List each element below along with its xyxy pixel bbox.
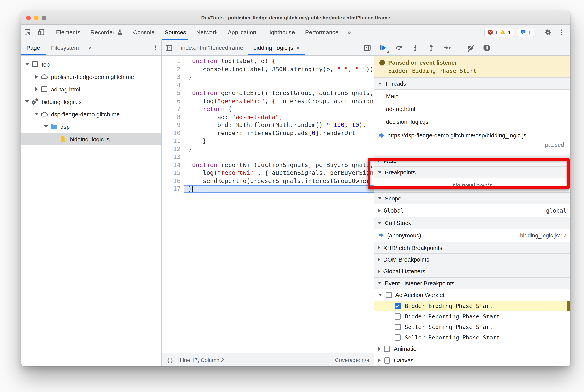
- line-number[interactable]: 15: [162, 169, 180, 177]
- code-line-7[interactable]: return {: [184, 105, 374, 113]
- event-group-canvas[interactable]: Canvas: [374, 355, 571, 366]
- checkbox-indeterminate[interactable]: [386, 292, 392, 298]
- tree-item-publisher-fledge-demo-glitch-me[interactable]: publisher-fledge-demo.glitch.me: [21, 70, 161, 83]
- device-toolbar-button[interactable]: [34, 24, 47, 40]
- code-line-2[interactable]: console.log(label, JSON.stringify(o, " "…: [184, 65, 374, 73]
- close-tab-icon[interactable]: ×: [296, 44, 300, 51]
- line-number[interactable]: 10: [162, 129, 180, 137]
- tab-filesystem[interactable]: Filesystem: [45, 40, 84, 55]
- code-line-1[interactable]: function log(label, o) {: [184, 57, 374, 65]
- checkbox-checked[interactable]: [395, 303, 401, 309]
- code-line-10[interactable]: render: interestGroup.ads[0].renderUrl: [184, 129, 374, 137]
- event-breakpoint-seller-reporting-phase-start[interactable]: Seller Reporting Phase Start: [374, 332, 571, 343]
- code-line-4[interactable]: [184, 81, 374, 89]
- line-number[interactable]: 6: [162, 97, 180, 105]
- checkbox-unchecked[interactable]: [395, 314, 401, 320]
- code-line-13[interactable]: [184, 153, 374, 161]
- line-number[interactable]: 4: [162, 81, 180, 89]
- close-window-button[interactable]: [26, 16, 31, 20]
- deactivate-breakpoints-button[interactable]: [467, 44, 475, 52]
- tree-item-bidding-logic-js[interactable]: bidding_logic.js: [21, 133, 161, 145]
- code-editor[interactable]: 1234567891011121314151617 function log(l…: [162, 56, 374, 353]
- line-number-gutter[interactable]: 1234567891011121314151617: [162, 56, 184, 353]
- tab-elements[interactable]: Elements: [51, 24, 85, 40]
- section-scope[interactable]: Scope: [374, 192, 571, 204]
- tab-network[interactable]: Network: [191, 24, 223, 40]
- code-lines[interactable]: function log(label, o) { console.log(lab…: [184, 56, 374, 353]
- hide-debugger-button[interactable]: [361, 40, 374, 55]
- section-threads[interactable]: Threads: [374, 78, 571, 90]
- tree-item-bidding-logic-js[interactable]: bidding_logic.js: [21, 95, 161, 108]
- event-breakpoint-bidder-reporting-phase-start[interactable]: Bidder Reporting Phase Start: [374, 312, 571, 322]
- expander-open-icon[interactable]: [24, 100, 30, 103]
- triangle-icon[interactable]: [378, 358, 381, 362]
- event-group-animation[interactable]: Animation: [374, 343, 571, 355]
- tree-item-dsp-fledge-demo-glitch-me[interactable]: dsp-fledge-demo.glitch.me: [21, 108, 161, 120]
- line-number[interactable]: 2: [162, 65, 180, 73]
- line-number[interactable]: 13: [162, 153, 180, 161]
- navigator-menu-button[interactable]: [150, 40, 161, 55]
- line-number[interactable]: 5: [162, 89, 180, 97]
- section-call-stack[interactable]: Call Stack: [374, 217, 571, 229]
- line-number[interactable]: 11: [162, 137, 180, 145]
- expander-closed-icon[interactable]: [33, 75, 40, 79]
- line-number[interactable]: 3: [162, 73, 180, 81]
- thread-item-decision-logic-js[interactable]: decision_logic.js: [374, 116, 571, 128]
- editor-tab-bidding-logic-js[interactable]: bidding_logic.js×: [248, 40, 305, 55]
- issues-badge[interactable]: 1: [517, 28, 534, 37]
- code-line-16[interactable]: sendReportTo(browserSignals.interestGrou…: [184, 177, 374, 185]
- inspect-element-button[interactable]: [21, 24, 34, 40]
- errors-warnings-badge[interactable]: 1 1: [484, 28, 514, 37]
- resume-script-button[interactable]: [379, 44, 388, 52]
- zoom-window-button[interactable]: [42, 16, 46, 20]
- line-number[interactable]: 8: [162, 113, 180, 121]
- thread-item-main[interactable]: Main: [374, 90, 571, 102]
- thread-item-paused[interactable]: https://dsp-fledge-demo.glitch.me/dsp/bi…: [374, 128, 571, 155]
- pretty-print-button[interactable]: {}: [166, 356, 173, 364]
- section-dom-breakpoints[interactable]: DOM Breakpoints: [374, 254, 571, 266]
- tab-recorder[interactable]: Recorder: [85, 24, 128, 40]
- tab-application[interactable]: Application: [223, 24, 261, 40]
- tree-item-ad-tag-html[interactable]: ad-tag.html: [21, 83, 161, 95]
- line-number[interactable]: 16: [162, 177, 180, 185]
- tree-item-dsp[interactable]: dsp: [21, 120, 161, 133]
- tab-page[interactable]: Page: [21, 40, 45, 55]
- tab-sources[interactable]: Sources: [160, 24, 191, 40]
- line-number[interactable]: 12: [162, 145, 180, 153]
- tree-item-top[interactable]: top: [21, 58, 161, 70]
- step-button[interactable]: [443, 44, 451, 52]
- tab-console[interactable]: Console: [128, 24, 159, 40]
- event-breakpoint-seller-scoring-phase-start[interactable]: Seller Scoring Phase Start: [374, 322, 571, 332]
- section-global-listeners[interactable]: Global Listeners: [374, 265, 571, 278]
- step-over-button[interactable]: [395, 44, 404, 52]
- checkbox-unchecked[interactable]: [384, 357, 390, 364]
- code-line-5[interactable]: function generateBid(interestGroup, auct…: [184, 89, 374, 97]
- thread-item-ad-tag-html[interactable]: ad-tag.html: [374, 102, 571, 116]
- code-line-14[interactable]: function reportWin(auctionSignals, perBu…: [184, 161, 374, 169]
- checkbox-unchecked[interactable]: [384, 346, 390, 352]
- pause-on-exceptions-button[interactable]: [483, 44, 491, 52]
- event-breakpoint-bidder-bidding-phase-start[interactable]: Bidder Bidding Phase Start: [374, 301, 571, 312]
- line-number[interactable]: 7: [162, 105, 180, 113]
- code-line-8[interactable]: ad: "ad-metadata",: [184, 113, 374, 121]
- triangle-icon[interactable]: [378, 294, 382, 296]
- devtools-menu-button[interactable]: [556, 28, 567, 36]
- section-event-listener-breakpoints[interactable]: Event Listener Breakpoints: [374, 277, 571, 289]
- more-panels-button[interactable]: »: [344, 24, 355, 40]
- editor-tab-index-html-fencedframe[interactable]: index.html?fencedframe: [176, 40, 248, 55]
- code-line-17[interactable]: }: [184, 185, 374, 193]
- expander-closed-icon[interactable]: [33, 87, 40, 91]
- step-out-button[interactable]: [427, 44, 435, 52]
- section-watch[interactable]: Watch: [374, 154, 571, 167]
- line-number[interactable]: 17: [162, 185, 180, 193]
- line-number[interactable]: 14: [162, 161, 180, 169]
- tab-performance[interactable]: Performance: [300, 24, 344, 40]
- checkbox-unchecked[interactable]: [395, 334, 401, 341]
- code-line-6[interactable]: log("generateBid", { interestGroup, auct…: [184, 97, 374, 105]
- code-line-9[interactable]: bid: Math.floor(Math.random() * 100, 10)…: [184, 121, 374, 129]
- expander-open-icon[interactable]: [33, 113, 40, 115]
- section-xhr-breakpoints[interactable]: XHR/fetch Breakpoints: [374, 242, 571, 254]
- line-number[interactable]: 1: [162, 57, 180, 65]
- expander-open-icon[interactable]: [43, 125, 49, 128]
- expander-open-icon[interactable]: [24, 63, 30, 66]
